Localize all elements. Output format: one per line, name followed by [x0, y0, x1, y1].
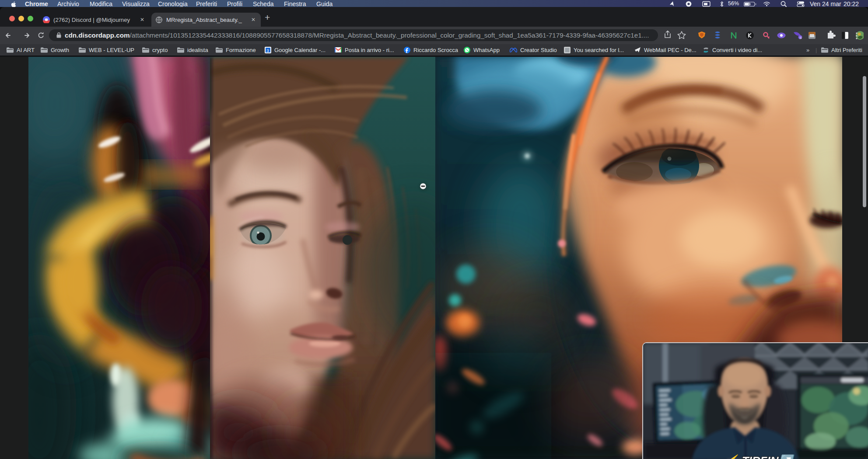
svg-text:3: 3	[266, 48, 269, 52]
svg-text:⚡ TIRFIN↗️: ⚡ TIRFIN↗️	[724, 454, 795, 459]
svg-text:S: S	[799, 36, 802, 40]
